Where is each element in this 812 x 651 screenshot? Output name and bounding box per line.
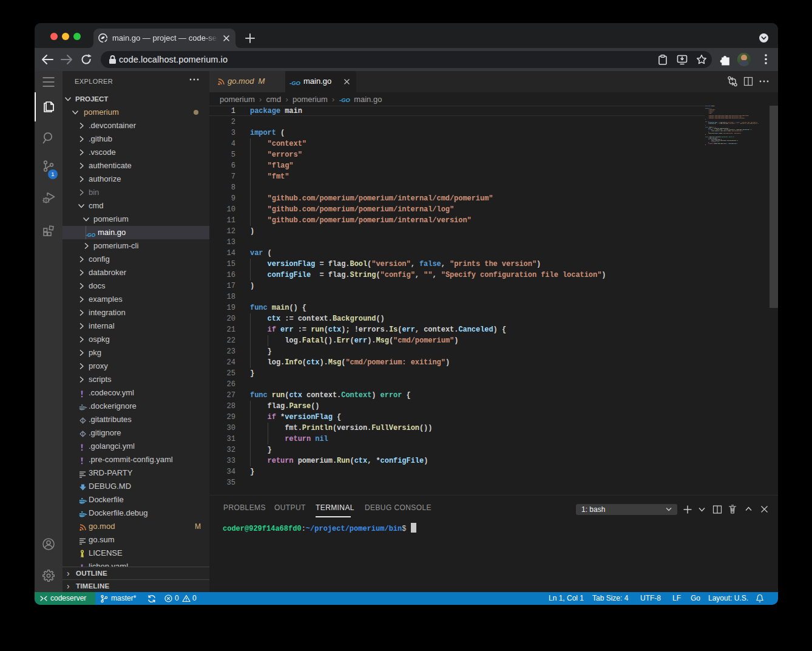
svg-text:-GO: -GO: [289, 80, 301, 86]
svg-text:-GO: -GO: [339, 97, 351, 103]
svg-text:-GO: -GO: [86, 232, 95, 238]
